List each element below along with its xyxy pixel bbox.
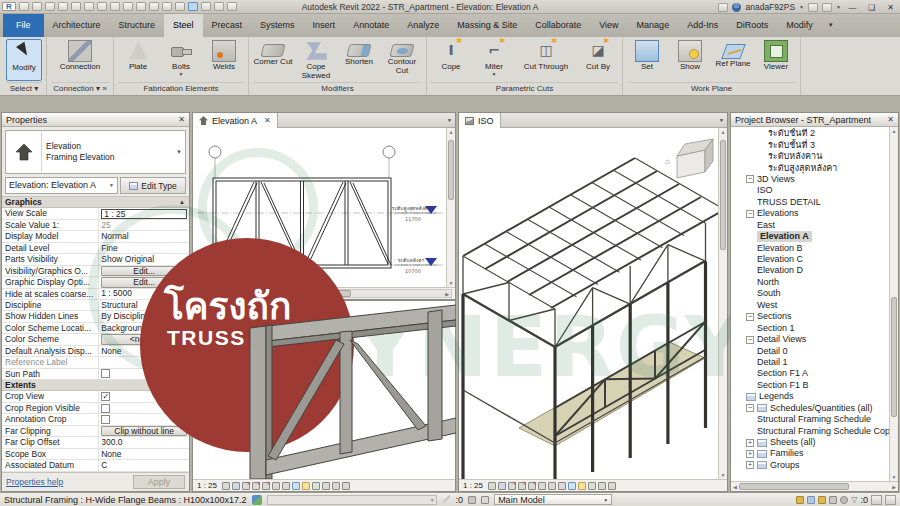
expand-icon[interactable]: − [746,313,754,321]
unlocked-3d-view-icon[interactable] [558,482,566,490]
pane-layout-icon[interactable] [885,495,896,505]
browser-item-iso[interactable]: ISO [731,185,898,196]
thin-lines-icon[interactable] [188,2,198,11]
tab-elevation-a[interactable]: Elevation A ✕ [193,113,278,128]
cope-skewed-button[interactable]: Cope Skewed [296,39,336,80]
ribbon-tab-precast[interactable]: Precast [203,14,252,37]
ribbon-tab-steel[interactable]: Steel [164,14,203,37]
account-caret-icon[interactable]: ▼ [799,4,804,10]
view-cube[interactable]: ⌂ [665,139,713,178]
corner-cut-button[interactable]: Corner Cut [253,39,293,67]
expand-icon[interactable]: + [746,439,754,447]
ribbon-tab-annotate[interactable]: Annotate [344,14,398,37]
ribbon-tab-analyze[interactable]: Analyze [398,14,448,37]
browser-item-sheets-all[interactable]: +Sheets (all) [731,437,898,448]
ribbon-tab-manage[interactable]: Manage [628,14,679,37]
browser-vertical-scrollbar[interactable]: ▲ ▼ [889,127,898,481]
property-value-far-clipping[interactable]: Clip without line [99,426,189,436]
ribbon-group-label[interactable]: Fabrication Elements [118,82,244,95]
tag-icon[interactable] [136,2,146,11]
temporary-view-properties-icon[interactable] [598,482,606,490]
browser-item-elevations[interactable]: −Elevations [731,208,898,219]
apply-button[interactable]: Apply [133,475,185,489]
temporary-view-properties-icon[interactable] [322,482,330,490]
detail-level-icon[interactable] [222,482,230,490]
project-browser-close-icon[interactable]: ✕ [887,115,894,125]
redo-icon[interactable] [84,2,94,11]
browser-item-section-1[interactable]: Section 1 [731,322,898,333]
revit-logo-icon[interactable] [2,2,16,11]
browser-item-2[interactable]: ระดับชั้นที่ 2 [731,128,898,139]
browser-item-3[interactable]: ระดับชั้นที่ 3 [731,139,898,150]
set-button[interactable]: Set [627,39,667,72]
design-options-field[interactable]: ▼ [267,495,437,505]
cope-button[interactable]: Cope [431,39,471,72]
property-value-associated-datum[interactable]: C [99,460,189,470]
show-rendering-dialog-icon[interactable] [262,482,270,490]
project-browser-header[interactable]: Project Browser - STR_Apartment ✕ [731,113,898,127]
type-caret-icon[interactable]: ▼ [173,149,185,155]
print-icon[interactable] [97,2,107,11]
connection-button[interactable]: Connection [51,39,109,72]
visual-style-icon[interactable] [498,482,506,490]
ribbon-tab-diroots[interactable]: DiRoots [727,14,777,37]
worksharing-status-icon[interactable] [252,495,262,505]
ribbon-group-label[interactable]: Parametric Cuts [431,82,618,95]
expand-icon[interactable]: + [746,450,754,458]
browser-item-section-f1-b[interactable]: Section F1 B [731,380,898,391]
shorten-button[interactable]: Shorten [339,39,379,67]
show-crop-region-icon[interactable] [282,482,290,490]
temporary-hide-isolate-icon[interactable] [568,482,576,490]
save-icon[interactable] [45,2,55,11]
section-icon[interactable] [175,2,185,11]
modify-tab-caret-icon[interactable]: ▼ [822,14,840,37]
close-view-icon[interactable]: ✕ [264,116,271,125]
ribbon-tab-modify[interactable]: Modify [777,14,822,37]
browser-item-detail-0[interactable]: Detail 0 [731,345,898,356]
property-value-far-clip-offset[interactable]: 300.0 [99,437,189,447]
crop-view-icon[interactable] [538,482,546,490]
expand-icon[interactable]: − [746,336,754,344]
property-value-view-scale[interactable]: 1 : 25 [99,208,189,218]
browser-item-3d-views[interactable]: −3D Views [731,174,898,185]
type-selector[interactable]: Elevation Framing Elevation ▼ [5,130,186,174]
ribbon-tab-file[interactable]: File [3,14,44,37]
tab-list-caret-icon[interactable]: ▼ [447,117,452,123]
browser-item-section-f1-a[interactable]: Section F1 A [731,368,898,379]
property-value-display-model[interactable]: Normal [99,231,189,241]
iso-canvas[interactable]: ⌂ ▲ ▼ [459,128,727,479]
browser-item-families[interactable]: +Families [731,448,898,459]
browser-item-structural-framing-schedule-copy[interactable]: Structural Framing Schedule Copy [731,425,898,436]
shadows-icon[interactable] [518,482,526,490]
open-icon[interactable] [32,2,42,11]
ribbon-tab-systems[interactable]: Systems [251,14,304,37]
expand-icon[interactable]: − [746,210,754,218]
browser-item-elevation-c[interactable]: Elevation C [731,254,898,265]
browser-item-elevation-a[interactable]: Elevation A [731,231,898,242]
browser-item-structural-framing-schedule[interactable]: Structural Framing Schedule [731,414,898,425]
close-button[interactable]: ✕ [883,1,898,14]
filter-icon[interactable]: ▽ [851,495,857,504]
editable-only-icon[interactable] [796,496,804,504]
pane-toggle-icon[interactable] [871,495,882,505]
properties-help-link[interactable]: Properties help [6,477,63,487]
show-crop-region-icon[interactable] [548,482,556,490]
undo-icon[interactable] [71,2,81,11]
browser-item-groups[interactable]: +Groups [731,460,898,471]
browser-item-north[interactable]: North [731,277,898,288]
modify-button[interactable]: Modify [6,39,42,81]
browser-item-truss-detail[interactable]: TRUSS DETAIL [731,197,898,208]
editable-only-pencil-icon[interactable] [442,495,451,504]
reveal-constraints-icon[interactable] [332,482,340,490]
cut-by-button[interactable]: Cut By [578,39,618,72]
reveal-hidden-elements-icon[interactable] [578,482,586,490]
show-rendering-dialog-icon[interactable] [528,482,536,490]
cut-through-button[interactable]: Cut Through [517,39,575,72]
property-value-detail-level[interactable]: Fine [99,243,189,253]
ribbon-group-label[interactable]: Select ▾ [6,82,42,95]
iso-vertical-scrollbar[interactable]: ▲ ▼ [718,128,727,479]
browser-item-detail-views[interactable]: −Detail Views [731,334,898,345]
browser-item-elevation-b[interactable]: Elevation B [731,242,898,253]
measure-icon[interactable] [110,2,120,11]
property-value-scale-value-1[interactable]: 25 [99,220,189,230]
